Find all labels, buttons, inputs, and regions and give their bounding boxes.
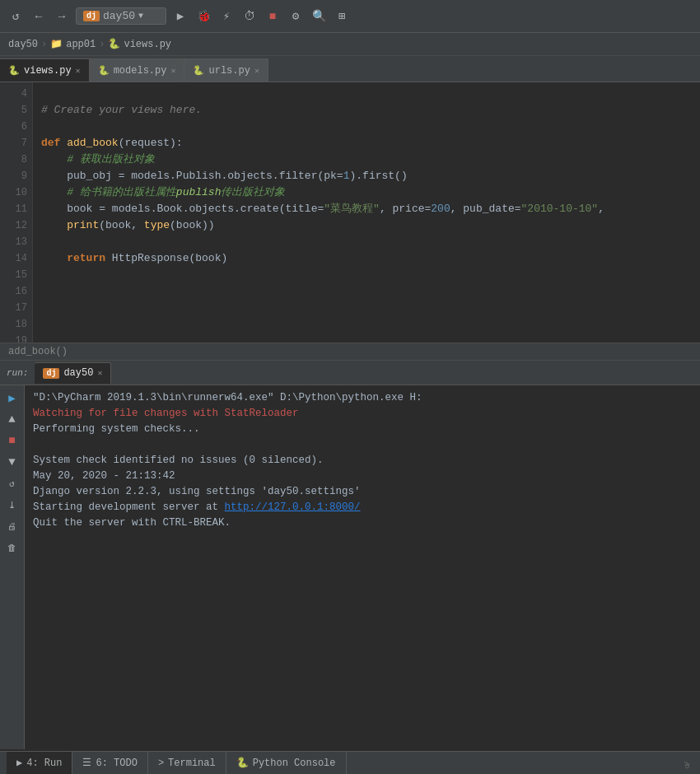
bottom-tab-python-console[interactable]: 🐍 Python Console [226,752,347,774]
breadcrumb-project[interactable]: day50 [8,39,38,50]
output-line-2: Watching for file changes with StatReloa… [33,406,692,422]
toolbar: ↺ ← → dj day50 ▼ ▶ 🐞 ⚡ ⏱ ■ ⚙ 🔍 ⊞ [0,0,700,33]
toolbar-icon-debug[interactable]: 🐞 [194,7,212,26]
output-line-1: "D:\PyCharm 2019.1.3\bin\runnerw64.exe" … [33,390,692,406]
function-context: add_book() [8,346,68,357]
urls-file-icon: 🐍 [193,65,204,76]
output-line-8: Starting development server at http://12… [33,500,692,515]
breadcrumb-sep-2: › [99,39,105,50]
breadcrumb-app[interactable]: app01 [66,39,96,50]
toolbar-icon-run[interactable]: ▶ [171,7,189,26]
project-selector[interactable]: dj day50 ▼ [76,7,166,25]
code-editor[interactable]: 45678910111213141516171819202122 # Creat… [0,82,700,343]
toolbar-icon-back[interactable]: ← [30,7,48,26]
toolbar-icon-coverage[interactable]: ⚡ [217,7,236,26]
run-rerun-icon[interactable]: ↺ [3,474,21,492]
tab-models-label: models.py [114,65,167,77]
output-line-9: Quit the server with CTRL-BREAK. [33,515,692,531]
bottom-tab-run-label: 4: Run [26,758,62,769]
bottom-bar: ▶ 4: Run ☰ 6: TODO > Terminal 🐍 Python C… [0,751,700,774]
terminal-icon: > [158,758,164,769]
output-line-6: May 20, 2020 - 21:13:42 [33,469,692,484]
views-file-icon: 🐍 [8,65,20,76]
toolbar-icon-stop[interactable]: ■ [264,7,282,26]
run-output: "D:\PyCharm 2019.1.3\bin\runnerw64.exe" … [25,385,700,749]
chevron-down-icon: ▼ [138,12,143,21]
tab-views[interactable]: 🐍 views.py ✕ [0,58,90,82]
run-tab-close[interactable]: ✕ [97,368,102,378]
bottom-tab-todo-label: 6: TODO [96,758,137,769]
toolbar-icon-refresh[interactable]: ↺ [7,7,25,26]
run-stop-icon[interactable]: ■ [3,431,21,450]
output-line-5: System check identified no issues (0 sil… [33,453,692,469]
breadcrumb-file-icon: 🐍 [108,38,120,50]
breadcrumb: day50 › 📁 app01 › 🐍 views.py [0,33,700,56]
tab-urls-label: urls.py [208,65,250,77]
tab-models-close[interactable]: ✕ [170,66,175,76]
server-link[interactable]: http://127.0.0.1:8000/ [225,501,361,513]
run-play-icon[interactable]: ▶ [3,389,21,407]
breadcrumb-folder-icon: 📁 [50,38,63,50]
editor-status: add_book() [0,343,700,361]
run-panel: run: dj day50 ✕ ▶ ▲ ■ ▼ ↺ ⤓ 🖨 🗑 "D:\PyCh… [0,361,700,749]
run-django-badge: dj [43,368,59,379]
bottom-tab-terminal[interactable]: > Terminal [148,752,226,774]
run-scroll-down-icon[interactable]: ⤓ [3,496,21,514]
output-line-7: Django version 2.2.3, using settings 'da… [33,484,692,500]
models-file-icon: 🐍 [98,65,110,76]
output-line-4 [33,437,692,453]
bottom-tab-todo[interactable]: ☰ 6: TODO [72,752,147,774]
toolbar-icon-settings[interactable]: ⚙ [287,7,305,26]
python-console-icon: 🐍 [236,757,249,769]
todo-icon: ☰ [82,757,91,769]
run-content: ▶ ▲ ■ ▼ ↺ ⤓ 🖨 🗑 "D:\PyCharm 2019.1.3\bin… [0,385,700,749]
project-name: day50 [103,10,135,22]
django-badge: dj [83,11,100,21]
toolbar-icon-search[interactable]: 🔍 [310,7,328,26]
run-print-icon[interactable]: 🖨 [3,517,21,535]
toolbar-icon-layout[interactable]: ⊞ [333,7,351,26]
run-tabs-bar: run: dj day50 ✕ [0,361,700,385]
run-down-icon[interactable]: ▼ [3,453,21,471]
run-tab-day50[interactable]: dj day50 ✕ [35,362,111,384]
output-line-3: Performing system checks... [33,422,692,437]
toolbar-icon-profile[interactable]: ⏱ [240,7,259,26]
run-tab-name: day50 [63,367,93,379]
tab-models[interactable]: 🐍 models.py ✕ [90,58,185,82]
line-numbers: 45678910111213141516171819202122 [0,82,33,343]
tab-urls-close[interactable]: ✕ [254,66,259,76]
toolbar-icon-forward[interactable]: → [53,7,71,26]
code-content[interactable]: # Create your views here. def add_book(r… [33,82,700,343]
cursor-indicator: 🖱 [683,760,692,771]
tab-views-label: views.py [24,65,72,77]
bottom-tab-run[interactable]: ▶ 4: Run [7,752,72,774]
tab-urls[interactable]: 🐍 urls.py ✕ [184,58,268,82]
bottom-tab-python-console-label: Python Console [253,758,336,769]
run-sidebar: ▶ ▲ ■ ▼ ↺ ⤓ 🖨 🗑 [0,385,25,749]
bottom-tab-terminal-label: Terminal [168,758,216,769]
run-trash-icon[interactable]: 🗑 [3,539,21,557]
tab-views-close[interactable]: ✕ [76,66,81,76]
breadcrumb-file[interactable]: views.py [124,39,171,50]
file-tabs: 🐍 views.py ✕ 🐍 models.py ✕ 🐍 urls.py ✕ [0,56,700,82]
run-up-icon[interactable]: ▲ [3,410,21,428]
run-icon: ▶ [16,757,22,769]
breadcrumb-sep-1: › [41,39,47,50]
run-label: run: [7,368,35,378]
